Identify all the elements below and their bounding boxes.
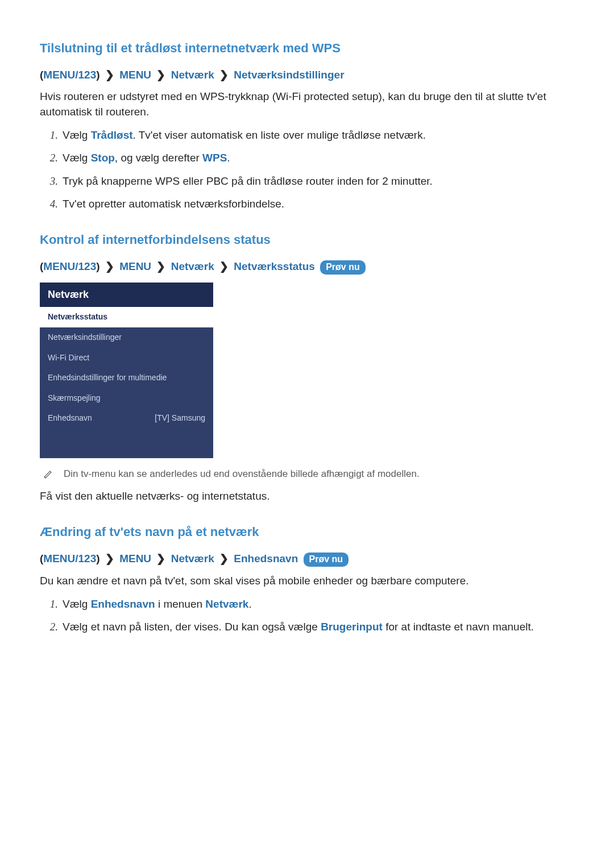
list-item: Tryk på knapperne WPS eller PBC på din t… xyxy=(60,174,574,189)
menu-item-network-settings[interactable]: Netværksindstillinger xyxy=(40,327,213,348)
breadcrumb-wps: (MENU/123) ❯ MENU ❯ Netværk ❯ Netværksin… xyxy=(40,68,574,83)
keyword: WPS xyxy=(202,152,227,164)
menu-item-label: Skærmspejling xyxy=(48,393,101,404)
steps-list-wps: Vælg Trådløst. Tv'et viser automatisk en… xyxy=(40,128,574,212)
keyword: Stop xyxy=(91,152,115,164)
note-row: Din tv-menu kan se anderledes ud end ove… xyxy=(40,467,574,484)
breadcrumb-level[interactable]: MENU xyxy=(119,553,151,564)
menu-item-value: [TV] Samsung xyxy=(155,413,205,424)
breadcrumb-device-name: (MENU/123) ❯ MENU ❯ Netværk ❯ Enhedsnavn… xyxy=(40,551,574,567)
step-text: Vælg xyxy=(63,152,91,164)
step-text: , og vælg derefter xyxy=(115,152,202,164)
list-item: Vælg et navn på listen, der vises. Du ka… xyxy=(60,620,574,635)
step-text: Vælg xyxy=(63,598,91,610)
breadcrumb-level[interactable]: Netværk xyxy=(171,260,214,272)
chevron-right-icon: ❯ xyxy=(156,260,165,272)
chevron-right-icon: ❯ xyxy=(105,260,114,272)
step-text: i menuen xyxy=(155,598,206,610)
menu-item-label: Netværksstatus xyxy=(48,312,107,323)
network-menu-panel: Netværk Netværksstatus Netværksindstilli… xyxy=(40,283,213,458)
breadcrumb-root[interactable]: MENU/123 xyxy=(43,553,96,564)
section-title-status: Kontrol af internetforbindelsens status xyxy=(40,231,574,249)
breadcrumb-level[interactable]: Enhedsnavn xyxy=(234,553,298,564)
menu-item-label: Netværksindstillinger xyxy=(48,332,122,343)
try-now-badge[interactable]: Prøv nu xyxy=(320,260,366,275)
menu-item-network-status[interactable]: Netværksstatus xyxy=(40,307,213,327)
list-item: Vælg Trådløst. Tv'et viser automatisk en… xyxy=(60,128,574,143)
menu-item-label: Enhedsindstillinger for multimedie xyxy=(48,372,167,384)
intro-text: Du kan ændre et navn på tv'et, som skal … xyxy=(40,574,574,589)
breadcrumb-level[interactable]: Netværk xyxy=(171,553,214,564)
step-text: . xyxy=(248,598,251,610)
chevron-right-icon: ❯ xyxy=(156,553,165,564)
note-icon xyxy=(43,468,52,484)
list-item: Vælg Stop, og vælg derefter WPS. xyxy=(60,151,574,166)
keyword: Brugerinput xyxy=(321,621,383,633)
chevron-right-icon: ❯ xyxy=(219,69,229,81)
note-text: Din tv-menu kan se anderledes ud end ove… xyxy=(64,467,420,481)
step-text: for at indtaste et navn manuelt. xyxy=(383,621,534,633)
menu-item-device-name[interactable]: Enhedsnavn [TV] Samsung xyxy=(40,408,213,429)
chevron-right-icon: ❯ xyxy=(219,260,229,272)
step-text: Vælg et navn på listen, der vises. Du ka… xyxy=(63,621,321,633)
menu-header: Netværk xyxy=(40,283,213,307)
steps-list-device-name: Vælg Enhedsnavn i menuen Netværk. Vælg e… xyxy=(40,597,574,635)
breadcrumb-root[interactable]: MENU/123 xyxy=(43,69,96,81)
breadcrumb-level[interactable]: Netværksstatus xyxy=(234,260,315,272)
breadcrumb-root[interactable]: MENU/123 xyxy=(43,260,96,272)
breadcrumb-status: (MENU/123) ❯ MENU ❯ Netværk ❯ Netværksst… xyxy=(40,259,574,275)
breadcrumb-level[interactable]: MENU xyxy=(119,69,151,81)
intro-text: Hvis routeren er udstyret med en WPS-try… xyxy=(40,89,574,119)
chevron-right-icon: ❯ xyxy=(105,553,114,564)
breadcrumb-level[interactable]: Netværk xyxy=(171,69,214,81)
keyword: Trådløst xyxy=(91,129,133,141)
breadcrumb-level[interactable]: Netværksindstillinger xyxy=(234,69,344,81)
section-title-wps: Tilslutning til et trådløst internetnetv… xyxy=(40,40,574,57)
chevron-right-icon: ❯ xyxy=(219,553,229,564)
list-item: Vælg Enhedsnavn i menuen Netværk. xyxy=(60,597,574,612)
step-text: Tryk på knapperne WPS eller PBC på din t… xyxy=(63,175,433,187)
step-text: Tv'et opretter automatisk netværksforbin… xyxy=(63,198,284,210)
menu-item-label: Wi-Fi Direct xyxy=(48,352,89,364)
step-text: Vælg xyxy=(63,129,91,141)
menu-item-screen-mirroring[interactable]: Skærmspejling xyxy=(40,388,213,409)
menu-item-wifi-direct[interactable]: Wi-Fi Direct xyxy=(40,348,213,368)
menu-item-label: Enhedsnavn xyxy=(48,413,92,424)
step-text: . Tv'et viser automatisk en liste over m… xyxy=(133,129,426,141)
body-text: Få vist den aktuelle netværks- og intern… xyxy=(40,489,574,504)
chevron-right-icon: ❯ xyxy=(105,69,114,81)
step-text: . xyxy=(227,152,230,164)
try-now-badge[interactable]: Prøv nu xyxy=(304,553,349,567)
menu-item-multimedia-device-settings[interactable]: Enhedsindstillinger for multimedie xyxy=(40,368,213,388)
keyword: Netværk xyxy=(205,598,248,610)
list-item: Tv'et opretter automatisk netværksforbin… xyxy=(60,197,574,212)
breadcrumb-level[interactable]: MENU xyxy=(119,260,151,272)
keyword: Enhedsnavn xyxy=(91,598,155,610)
chevron-right-icon: ❯ xyxy=(156,69,165,81)
section-title-device-name: Ændring af tv'ets navn på et netværk xyxy=(40,524,574,541)
